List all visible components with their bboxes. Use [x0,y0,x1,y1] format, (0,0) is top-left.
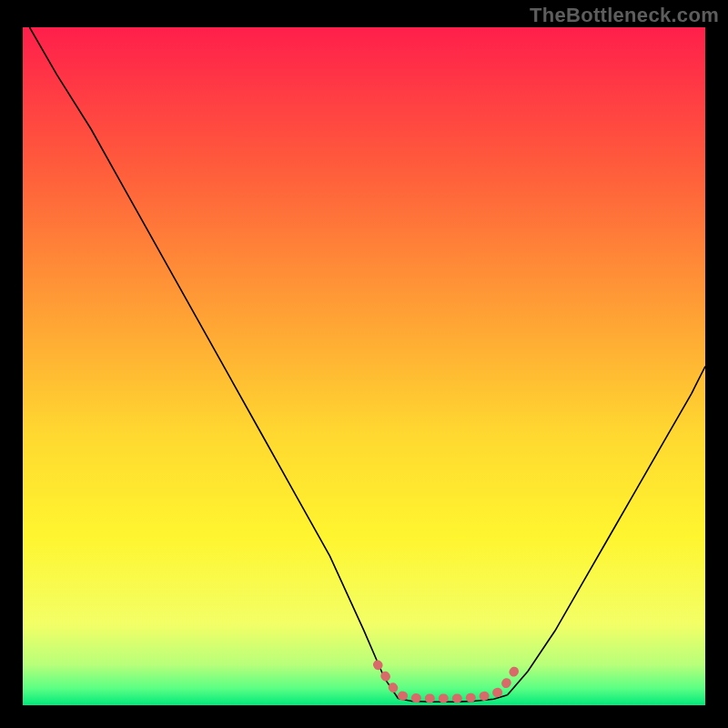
plot-area [23,27,705,705]
chart-frame: TheBottleneck.com [0,0,728,728]
gradient-background [23,27,705,705]
chart-svg [23,27,705,705]
watermark-text: TheBottleneck.com [530,4,719,27]
